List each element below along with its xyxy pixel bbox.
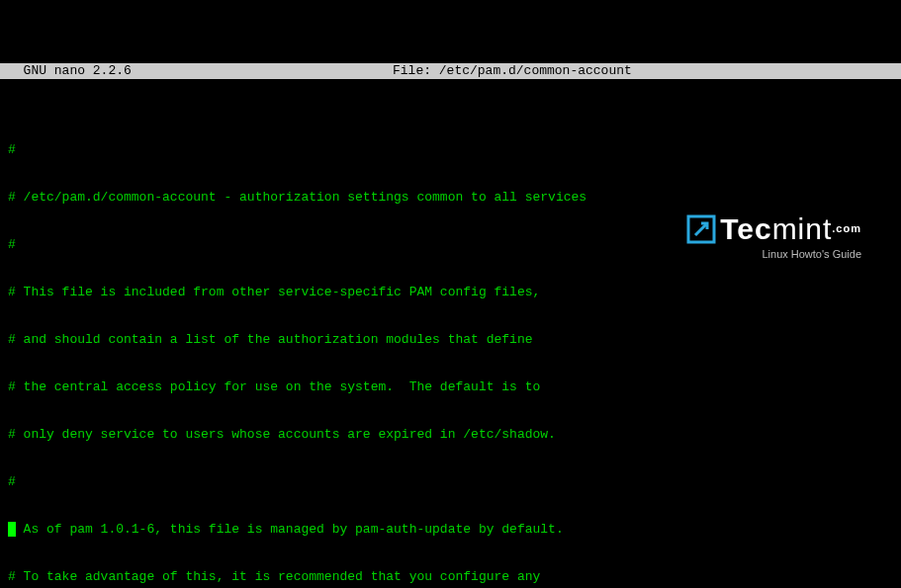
app-name: GNU nano 2.2.6	[8, 63, 132, 79]
file-line: #	[8, 142, 893, 158]
brand-mint: mint	[772, 212, 833, 245]
file-line: # To take advantage of this, it is recom…	[8, 569, 893, 585]
brand-com: .com	[832, 222, 861, 234]
brand-tec: Tec	[720, 212, 771, 245]
tecmint-logo-icon	[686, 214, 716, 244]
tecmint-watermark: Tecmint.com Linux Howto's Guide	[686, 214, 861, 262]
file-line: # and should contain a list of the autho…	[8, 332, 893, 348]
file-name: File: /etc/pam.d/common-account	[132, 63, 893, 79]
file-line: # This file is included from other servi…	[8, 285, 893, 300]
editor-content[interactable]: # # /etc/pam.d/common-account - authoriz…	[0, 111, 901, 588]
title-bar: GNU nano 2.2.6 File: /etc/pam.d/common-a…	[0, 63, 901, 79]
file-line: # As of pam 1.0.1-6, this file is manage…	[8, 522, 893, 538]
text-cursor	[8, 522, 16, 537]
watermark-tagline: Linux Howto's Guide	[686, 246, 861, 262]
file-line: # the central access policy for use on t…	[8, 379, 893, 395]
watermark-brand: Tecmint.com	[686, 214, 861, 244]
file-line: #	[8, 474, 893, 490]
file-line: # only deny service to users whose accou…	[8, 427, 893, 443]
file-line: # /etc/pam.d/common-account - authorizat…	[8, 190, 893, 206]
